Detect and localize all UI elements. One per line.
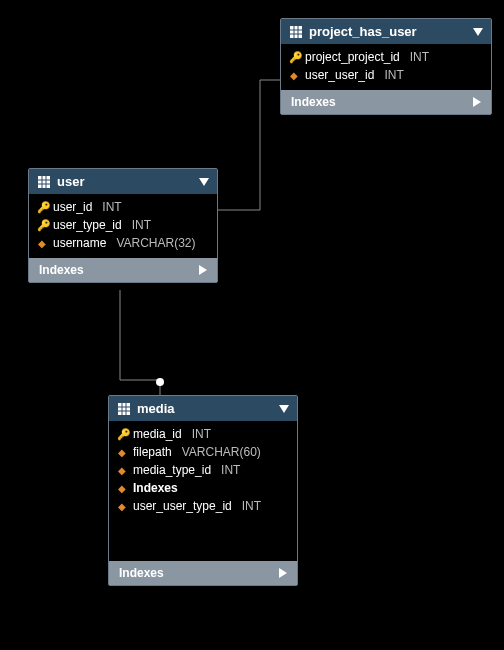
column-row[interactable]: 🔑 user_type_id INT bbox=[37, 216, 209, 234]
table-header[interactable]: user bbox=[29, 169, 217, 194]
key-icon: 🔑 bbox=[37, 201, 47, 214]
column-type: INT bbox=[221, 463, 240, 477]
indexes-bar[interactable]: Indexes bbox=[29, 258, 217, 282]
column-name: user_user_type_id bbox=[133, 499, 232, 513]
erd-canvas: project_has_user 🔑 project_project_id IN… bbox=[0, 0, 504, 650]
column-name: media_type_id bbox=[133, 463, 211, 477]
column-row[interactable]: ◆ Indexes bbox=[117, 479, 289, 497]
table-icon bbox=[37, 175, 51, 189]
key-icon: 🔑 bbox=[37, 219, 47, 232]
column-name: user_user_id bbox=[305, 68, 374, 82]
table-columns: 🔑 project_project_id INT ◆ user_user_id … bbox=[281, 44, 491, 90]
column-name: media_id bbox=[133, 427, 182, 441]
indexes-mid-label: Indexes bbox=[133, 481, 178, 495]
column-type: INT bbox=[410, 50, 429, 64]
key-icon: 🔑 bbox=[289, 51, 299, 64]
column-type: INT bbox=[242, 499, 261, 513]
expand-icon bbox=[199, 265, 207, 275]
svg-point-6 bbox=[156, 378, 164, 386]
column-name: filepath bbox=[133, 445, 172, 459]
column-type: INT bbox=[102, 200, 121, 214]
diamond-icon: ◆ bbox=[117, 465, 127, 476]
column-row[interactable]: ◆ user_user_id INT bbox=[289, 66, 483, 84]
diamond-icon: ◆ bbox=[117, 501, 127, 512]
indexes-bar[interactable]: Indexes bbox=[281, 90, 491, 114]
key-icon: 🔑 bbox=[117, 428, 127, 441]
table-icon bbox=[289, 25, 303, 39]
column-name: username bbox=[53, 236, 106, 250]
collapse-icon[interactable] bbox=[473, 28, 483, 36]
svg-rect-17 bbox=[118, 403, 130, 415]
collapse-icon[interactable] bbox=[279, 405, 289, 413]
column-row[interactable]: 🔑 media_id INT bbox=[117, 425, 289, 443]
indexes-label: Indexes bbox=[39, 263, 84, 277]
column-type: INT bbox=[132, 218, 151, 232]
table-columns: 🔑 user_id INT 🔑 user_type_id INT ◆ usern… bbox=[29, 194, 217, 258]
diamond-icon: ◆ bbox=[289, 70, 299, 81]
column-row[interactable]: ◆ username VARCHAR(32) bbox=[37, 234, 209, 252]
column-row[interactable]: 🔑 project_project_id INT bbox=[289, 48, 483, 66]
column-row[interactable]: ◆ filepath VARCHAR(60) bbox=[117, 443, 289, 461]
column-name: user_type_id bbox=[53, 218, 122, 232]
column-type: INT bbox=[192, 427, 211, 441]
indexes-bar[interactable]: Indexes bbox=[109, 561, 297, 585]
expand-icon bbox=[473, 97, 481, 107]
table-title: project_has_user bbox=[309, 24, 417, 39]
table-header[interactable]: media bbox=[109, 396, 297, 421]
table-columns: 🔑 media_id INT ◆ filepath VARCHAR(60) ◆ … bbox=[109, 421, 297, 521]
column-type: INT bbox=[384, 68, 403, 82]
table-title: media bbox=[137, 401, 175, 416]
column-name: user_id bbox=[53, 200, 92, 214]
column-type: VARCHAR(32) bbox=[116, 236, 195, 250]
table-header[interactable]: project_has_user bbox=[281, 19, 491, 44]
table-user[interactable]: user 🔑 user_id INT 🔑 user_type_id INT ◆ … bbox=[28, 168, 218, 283]
indexes-label: Indexes bbox=[119, 566, 164, 580]
column-type: VARCHAR(60) bbox=[182, 445, 261, 459]
column-name: project_project_id bbox=[305, 50, 400, 64]
expand-icon bbox=[279, 568, 287, 578]
indexes-label: Indexes bbox=[291, 95, 336, 109]
svg-rect-7 bbox=[290, 26, 302, 38]
collapse-icon[interactable] bbox=[199, 178, 209, 186]
column-row[interactable]: 🔑 user_id INT bbox=[37, 198, 209, 216]
diamond-icon: ◆ bbox=[117, 483, 127, 494]
column-row[interactable]: ◆ media_type_id INT bbox=[117, 461, 289, 479]
table-project-has-user[interactable]: project_has_user 🔑 project_project_id IN… bbox=[280, 18, 492, 115]
table-icon bbox=[117, 402, 131, 416]
svg-rect-12 bbox=[38, 176, 50, 188]
diamond-icon: ◆ bbox=[117, 447, 127, 458]
diamond-icon: ◆ bbox=[37, 238, 47, 249]
column-row[interactable]: ◆ user_user_type_id INT bbox=[117, 497, 289, 515]
table-title: user bbox=[57, 174, 84, 189]
table-media[interactable]: media 🔑 media_id INT ◆ filepath VARCHAR(… bbox=[108, 395, 298, 586]
